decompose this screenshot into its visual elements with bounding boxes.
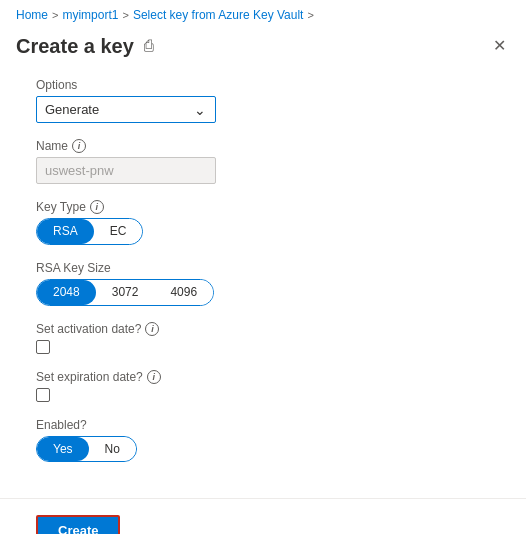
breadcrumb: Home > myimport1 > Select key from Azure… xyxy=(0,0,526,26)
breadcrumb-sep-2: > xyxy=(122,9,128,21)
enabled-group: Enabled? Yes No xyxy=(36,418,490,463)
rsa-key-size-label-text: RSA Key Size xyxy=(36,261,111,275)
activation-date-group: Set activation date? i xyxy=(36,322,490,354)
options-label-text: Options xyxy=(36,78,77,92)
expiration-date-group: Set expiration date? i xyxy=(36,370,490,402)
enabled-label-text: Enabled? xyxy=(36,418,87,432)
expiration-date-checkbox[interactable] xyxy=(36,388,50,402)
name-info-icon[interactable]: i xyxy=(72,139,86,153)
activation-date-checkbox-wrapper xyxy=(36,340,490,354)
enabled-label: Enabled? xyxy=(36,418,490,432)
panel-footer: Create xyxy=(0,499,526,534)
key-type-label: Key Type i xyxy=(36,200,490,214)
page-title: Create a key xyxy=(16,35,134,58)
rsa-size-4096-button[interactable]: 4096 xyxy=(154,280,213,305)
breadcrumb-home[interactable]: Home xyxy=(16,8,48,22)
breadcrumb-sep-1: > xyxy=(52,9,58,21)
rsa-key-size-label: RSA Key Size xyxy=(36,261,490,275)
key-type-group: Key Type i RSA EC xyxy=(36,200,490,245)
enabled-toggle-group: Yes No xyxy=(36,436,137,463)
key-type-toggle-group: RSA EC xyxy=(36,218,143,245)
key-type-rsa-button[interactable]: RSA xyxy=(37,219,94,244)
rsa-size-3072-button[interactable]: 3072 xyxy=(96,280,155,305)
activation-date-label-text: Set activation date? xyxy=(36,322,141,336)
panel-header: Create a key ⎙ ✕ xyxy=(0,26,526,58)
name-input[interactable] xyxy=(36,157,216,184)
key-type-label-text: Key Type xyxy=(36,200,86,214)
enabled-yes-button[interactable]: Yes xyxy=(37,437,89,462)
name-group: Name i xyxy=(36,139,490,184)
panel-title-row: Create a key ⎙ xyxy=(16,35,154,58)
activation-date-info-icon[interactable]: i xyxy=(145,322,159,336)
rsa-size-2048-button[interactable]: 2048 xyxy=(37,280,96,305)
expiration-date-label: Set expiration date? i xyxy=(36,370,490,384)
options-select-wrapper: Generate xyxy=(36,96,216,123)
create-button[interactable]: Create xyxy=(36,515,120,534)
name-label: Name i xyxy=(36,139,490,153)
options-label: Options xyxy=(36,78,490,92)
expiration-date-label-text: Set expiration date? xyxy=(36,370,143,384)
options-select[interactable]: Generate xyxy=(36,96,216,123)
activation-date-checkbox[interactable] xyxy=(36,340,50,354)
activation-date-label: Set activation date? i xyxy=(36,322,490,336)
options-group: Options Generate xyxy=(36,78,490,123)
print-icon[interactable]: ⎙ xyxy=(144,37,154,55)
key-type-info-icon[interactable]: i xyxy=(90,200,104,214)
panel-content: Options Generate Name i Key Type i RS xyxy=(0,58,526,498)
close-button[interactable]: ✕ xyxy=(489,34,510,58)
rsa-key-size-toggle-group: 2048 3072 4096 xyxy=(36,279,214,306)
name-label-text: Name xyxy=(36,139,68,153)
rsa-key-size-group: RSA Key Size 2048 3072 4096 xyxy=(36,261,490,306)
enabled-no-button[interactable]: No xyxy=(89,437,136,462)
key-type-ec-button[interactable]: EC xyxy=(94,219,143,244)
create-key-panel: Home > myimport1 > Select key from Azure… xyxy=(0,0,526,534)
expiration-date-info-icon[interactable]: i xyxy=(147,370,161,384)
breadcrumb-myimport[interactable]: myimport1 xyxy=(62,8,118,22)
breadcrumb-sep-3: > xyxy=(307,9,313,21)
breadcrumb-select-key[interactable]: Select key from Azure Key Vault xyxy=(133,8,304,22)
expiration-date-checkbox-wrapper xyxy=(36,388,490,402)
